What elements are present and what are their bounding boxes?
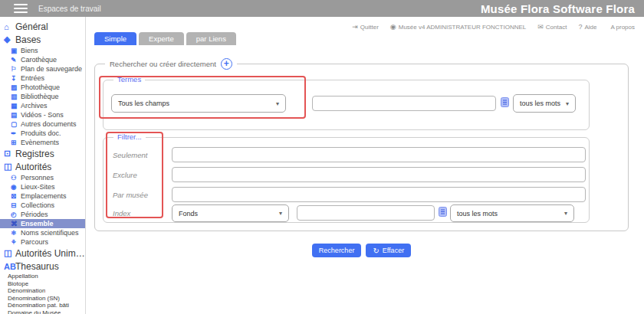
sidebar-item-label: Evènements <box>21 139 59 146</box>
par-musee-input[interactable] <box>172 187 586 202</box>
tag-icon: ◈ <box>4 34 15 44</box>
sidebar-item-label: Registres <box>15 149 54 159</box>
flag-icon: ⚐ <box>11 65 21 73</box>
books-icon: ▥ <box>11 93 21 100</box>
tab-experte[interactable]: Experte <box>139 32 184 45</box>
pencil-icon: ✎ <box>11 56 21 64</box>
tab-par-liens[interactable]: par Liens <box>186 32 236 45</box>
panel-legend: Rechercher ou créer directement + <box>105 58 237 70</box>
sidebar-item-bibliotheque[interactable]: ▥ Bibliothèque <box>0 92 85 101</box>
sidebar-item-produits-doc[interactable]: ✒ Produits doc. <box>0 129 85 138</box>
seulement-input[interactable] <box>172 147 586 162</box>
sidebar-item-entrees[interactable]: ↧ Entrées <box>0 74 85 83</box>
sidebar-item-autorites-unimarc[interactable]: ◫ Autorités Unimarc <box>0 247 85 260</box>
sidebar-item-label: Photothèque <box>21 83 60 91</box>
sidebar-item-biens[interactable]: ▣ Biens <box>0 46 85 55</box>
contact-link[interactable]: ✉ Contact <box>537 23 567 31</box>
sidebar-item-archives[interactable]: ▦ Archives <box>0 101 85 110</box>
toolbar-link-label: Musée v4 ADMINISTRATEUR FONCTIONNEL <box>399 24 527 31</box>
index-list-icon[interactable] <box>439 207 447 217</box>
sidebar-item-videos-sons[interactable]: ▤ Vidéos - Sons <box>0 110 85 119</box>
sidebar-item-personnes[interactable]: ⚇ Personnes <box>0 173 85 182</box>
register-icon: ⊡ <box>4 149 15 159</box>
exclure-input[interactable] <box>172 167 586 182</box>
term-input[interactable] <box>312 96 496 111</box>
clear-button-label: Effacer <box>383 247 404 254</box>
molecule-icon: ⚛ <box>11 229 21 237</box>
header-toolbar: ⇥ Quitter ◉ Musée v4 ADMINISTRATEUR FONC… <box>352 23 635 31</box>
people-icon: ⚇ <box>11 174 21 182</box>
sidebar-item-appellation[interactable]: Appellation <box>0 273 85 280</box>
field-select[interactable]: Tous les champs ▾ <box>111 94 286 113</box>
clear-button[interactable]: ↻ Effacer <box>366 244 411 257</box>
filtrer-legend: Filtrer... <box>113 132 146 141</box>
termes-legend: Termes <box>113 75 145 83</box>
index-label: Index <box>113 209 130 218</box>
sidebar-item-collections[interactable]: ⊟ Collections <box>0 201 85 210</box>
translate-icon: AB <box>4 262 15 271</box>
home-icon: ⌂ <box>4 22 15 31</box>
sidebar-item-label: Domaine du Musée <box>8 309 61 314</box>
sidebar-item-denomination-sn[interactable]: Dénomination (SN) <box>0 295 85 303</box>
sidebar-item-label: Personnes <box>21 174 54 182</box>
sidebar-item-general[interactable]: ⌂ Général <box>0 20 85 33</box>
add-icon[interactable]: + <box>221 58 232 70</box>
chevron-down-icon: ▾ <box>276 100 279 107</box>
quitter-link[interactable]: ⇥ Quitter <box>352 23 379 31</box>
sidebar-item-denomination[interactable]: Dénomination <box>0 287 85 295</box>
sidebar-item-label: Vidéos - Sons <box>21 111 64 119</box>
sidebar-item-bases[interactable]: ◈ Bases <box>0 33 85 46</box>
field-select-value: Tous les champs <box>118 100 169 107</box>
clock-icon: ◴ <box>11 211 21 218</box>
words-select-value: tous les mots <box>520 100 560 107</box>
index-words-select[interactable]: tous les mots ▾ <box>450 204 574 222</box>
menu-icon[interactable] <box>14 4 28 13</box>
download-icon: ↧ <box>11 74 21 82</box>
sidebar-item-label: Entrées <box>21 74 44 82</box>
sidebar-item-label: Archives <box>21 102 48 110</box>
sidebar-item-autorites[interactable]: ◫ Autorités <box>0 160 85 173</box>
sidebar-item-label: Lieux-Sites <box>21 183 55 191</box>
sidebar-item-noms-scientifiques[interactable]: ⚛ Noms scientifiques <box>0 228 85 237</box>
sidebar-item-registres[interactable]: ⊡ Registres <box>0 147 85 160</box>
sidebar-item-label: Autorités Unimarc <box>15 248 85 259</box>
search-panel: Rechercher ou créer directement + Termes… <box>94 64 629 231</box>
map-pin-icon: ◉ <box>11 183 21 191</box>
sidebar-item-thesaurus[interactable]: AB Thesaurus <box>0 260 85 273</box>
filtrer-fieldset: Filtrer... Seulement Exclure Par musée I… <box>103 137 590 223</box>
sidebar-item-ensemble[interactable]: ⌘ Ensemble <box>0 219 85 228</box>
image-icon: ▨ <box>11 83 21 91</box>
media-icon: ▤ <box>11 111 21 119</box>
sidebar-item-periodes[interactable]: ◴ Périodes <box>0 210 85 219</box>
index-select[interactable]: Fonds ▾ <box>172 204 289 222</box>
sidebar-item-phototheque[interactable]: ▨ Photothèque <box>0 83 85 92</box>
sidebar-item-label: Périodes <box>21 211 48 218</box>
index-select-value: Fonds <box>179 210 198 218</box>
sidebar-item-carotheque[interactable]: ✎ Carothèque <box>0 55 85 64</box>
index-input[interactable] <box>297 205 435 221</box>
sidebar-item-biotope[interactable]: Biotope <box>0 280 85 288</box>
sidebar-item-plan-de-sauvegarde[interactable]: ⚐ Plan de sauvegarde <box>0 64 85 74</box>
sidebar-item-label: Dénomination (SN) <box>8 295 60 302</box>
sidebar-item-label: Dénomination <box>8 287 45 294</box>
logout-icon: ⇥ <box>352 23 358 31</box>
words-select[interactable]: tous les mots ▾ <box>513 94 576 113</box>
sidebar-item-domaine-du-musee[interactable]: Domaine du Musée <box>0 309 85 314</box>
sidebar-item-label: Ensemble <box>21 220 54 227</box>
sidebar-item-lieux-sites[interactable]: ◉ Lieux-Sites <box>0 182 85 191</box>
toolbar-link-label: Aide <box>584 24 596 31</box>
search-button[interactable]: Rechercher <box>312 244 362 257</box>
user-link[interactable]: ◉ Musée v4 ADMINISTRATEUR FONCTIONNEL <box>390 23 526 31</box>
workspace-label[interactable]: Espaces de travail <box>38 5 101 13</box>
sidebar-item-label: Dénomination pat. bâti <box>8 302 69 309</box>
sidebar-item-evenements[interactable]: ⊞ Evènements <box>0 138 85 147</box>
tab-simple[interactable]: Simple <box>94 32 136 45</box>
aide-link[interactable]: ? Aide <box>578 23 596 31</box>
sidebar-item-emplacements[interactable]: ⊠ Emplacements <box>0 191 85 201</box>
apropos-link[interactable]: A propos <box>608 24 635 31</box>
document-icon: ▢ <box>11 120 21 128</box>
sidebar-item-autres-documents[interactable]: ▢ Autres documents <box>0 119 85 129</box>
index-list-icon[interactable] <box>501 97 509 107</box>
sidebar-item-parcours[interactable]: ⚘ Parcours <box>0 237 85 247</box>
sidebar-item-denomination-pat-bati[interactable]: Dénomination pat. bâti <box>0 302 85 309</box>
